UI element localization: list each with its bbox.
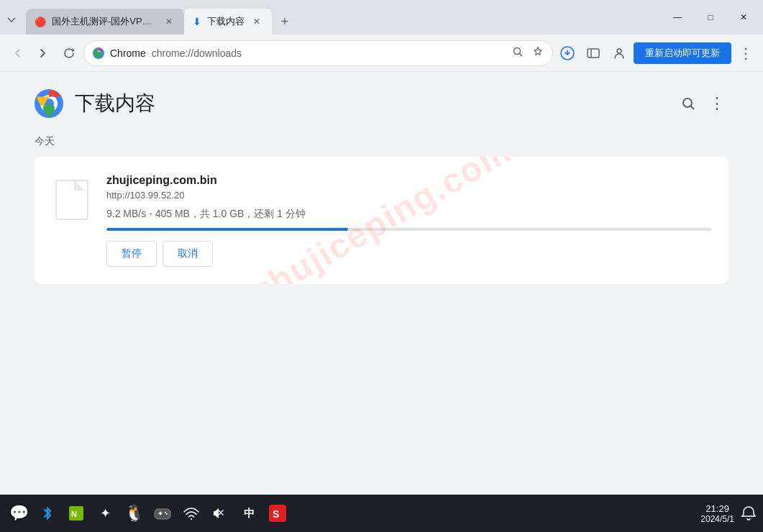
tab-label-1: 国外主机测评-国外VPS、国外... bbox=[52, 15, 157, 28]
download-actions: 暂停 取消 bbox=[106, 241, 711, 267]
toolbar: Chrome chrome://downloads bbox=[0, 35, 763, 72]
minimize-button[interactable]: — bbox=[661, 6, 694, 29]
tab-label-2: 下载内容 bbox=[207, 15, 245, 28]
svg-point-6 bbox=[617, 49, 621, 53]
close-button[interactable]: ✕ bbox=[727, 6, 760, 29]
notification-button[interactable] bbox=[740, 505, 757, 522]
page-header-left: 下载内容 bbox=[35, 89, 155, 118]
more-button[interactable]: ⋮ bbox=[734, 42, 757, 65]
page-content: 下载内容 ⋮ 今天 zhujiceping.com bbox=[0, 72, 763, 495]
bookmark-icon[interactable] bbox=[532, 46, 544, 60]
taskbar-wechat[interactable]: 💬 bbox=[6, 500, 32, 526]
address-search-icon[interactable] bbox=[512, 46, 524, 60]
section-label: 今天 bbox=[35, 135, 728, 148]
download-url: http://103.99.52.20 bbox=[106, 190, 711, 201]
profile-button[interactable] bbox=[608, 42, 631, 65]
clock-time: 21:29 bbox=[700, 503, 734, 514]
svg-rect-13 bbox=[155, 509, 170, 519]
pause-button[interactable]: 暂停 bbox=[106, 241, 157, 267]
tab-close-1[interactable]: ✕ bbox=[163, 15, 175, 28]
taskbar-color[interactable]: ✦ bbox=[92, 500, 118, 526]
address-brand: Chrome bbox=[110, 47, 146, 59]
taskbar-input-method[interactable]: 中 bbox=[236, 500, 262, 526]
reload-button[interactable] bbox=[58, 42, 81, 65]
chrome-logo-small bbox=[93, 47, 104, 59]
taskbar-volume[interactable] bbox=[207, 500, 233, 526]
download-status: 9.2 MB/s - 405 MB，共 1.0 GB，还剩 1 分钟 bbox=[106, 208, 711, 221]
page-header: 下载内容 ⋮ bbox=[35, 89, 728, 118]
taskbar-linux[interactable]: 🐧 bbox=[121, 500, 147, 526]
more-downloads-button[interactable]: ⋮ bbox=[705, 92, 728, 115]
forward-button[interactable] bbox=[32, 42, 55, 65]
title-bar: 🔴 国外主机测评-国外VPS、国外... ✕ ⬇ 下载内容 ✕ + — □ ✕ bbox=[0, 0, 763, 35]
tab-inactive-1[interactable]: 🔴 国外主机测评-国外VPS、国外... ✕ bbox=[26, 9, 184, 35]
search-downloads-button[interactable] bbox=[677, 92, 700, 115]
clock-date: 2024/5/1 bbox=[700, 514, 734, 524]
svg-point-15 bbox=[166, 513, 168, 515]
tab-close-2[interactable]: ✕ bbox=[250, 15, 263, 28]
svg-point-16 bbox=[191, 518, 192, 520]
address-url: chrome://downloads bbox=[152, 47, 242, 59]
file-icon bbox=[52, 180, 92, 220]
svg-point-14 bbox=[165, 512, 166, 513]
cancel-button[interactable]: 取消 bbox=[163, 241, 213, 267]
taskbar-clock[interactable]: 21:29 2024/5/1 bbox=[700, 503, 734, 524]
page-header-right: ⋮ bbox=[677, 92, 728, 115]
taskbar-game[interactable] bbox=[150, 500, 175, 526]
back-button[interactable] bbox=[6, 42, 29, 65]
taskbar: 💬 N ✦ 🐧 bbox=[0, 495, 763, 532]
taskbar-sogou[interactable]: S bbox=[265, 500, 291, 526]
tab-active-2[interactable]: ⬇ 下载内容 ✕ bbox=[184, 9, 272, 35]
tab-favicon-2: ⬇ bbox=[193, 16, 201, 27]
taskbar-nvidia[interactable]: N bbox=[63, 500, 89, 526]
maximize-button[interactable]: □ bbox=[694, 6, 727, 29]
update-button[interactable]: 重新启动即可更新 bbox=[634, 42, 731, 64]
page-title: 下载内容 bbox=[75, 90, 155, 117]
download-filename: zhujiceping.com.bin bbox=[106, 174, 711, 187]
taskbar-wifi[interactable] bbox=[178, 500, 204, 526]
download-card-wrapper: zhujiceping.com zhujiceping.com.bin http… bbox=[35, 157, 728, 284]
tab-favicon-1: 🔴 bbox=[35, 17, 46, 27]
taskbar-bluetooth[interactable] bbox=[35, 500, 60, 526]
svg-rect-4 bbox=[588, 49, 599, 58]
download-icon-toolbar[interactable] bbox=[556, 42, 579, 65]
chrome-logo bbox=[35, 89, 63, 118]
progress-bar-container bbox=[106, 228, 711, 231]
sidebar-button[interactable] bbox=[582, 42, 605, 65]
new-tab-button[interactable]: + bbox=[275, 12, 295, 32]
address-bar[interactable]: Chrome chrome://downloads bbox=[83, 40, 553, 66]
download-card: zhujiceping.com.bin http://103.99.52.20 … bbox=[35, 157, 728, 284]
window-controls: — □ ✕ bbox=[661, 6, 763, 29]
progress-bar-fill bbox=[106, 228, 348, 231]
svg-rect-10 bbox=[56, 180, 88, 219]
tab-list-expand[interactable] bbox=[0, 9, 23, 32]
download-info: zhujiceping.com.bin http://103.99.52.20 … bbox=[106, 174, 711, 267]
svg-text:N: N bbox=[71, 510, 77, 518]
svg-text:S: S bbox=[273, 508, 279, 520]
